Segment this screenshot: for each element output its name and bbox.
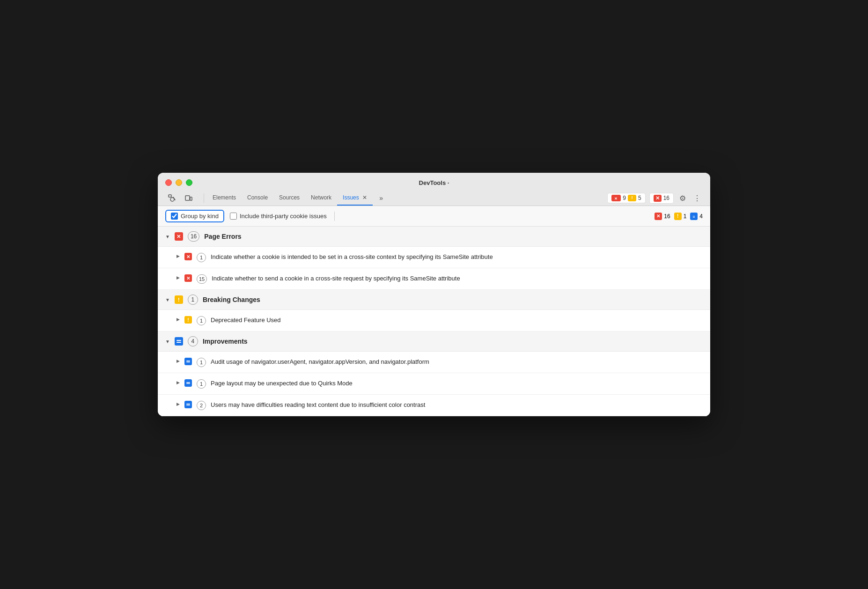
tab-sources[interactable]: Sources [273, 191, 305, 206]
issue-row[interactable]: ▶ ! 1 Deprecated Feature Used [158, 310, 710, 331]
issue-row[interactable]: ▶ 2 Users may have difficulties reading … [158, 395, 710, 416]
issue-text: Page layout may be unexpected due to Qui… [211, 379, 353, 388]
titlebar: DevTools · Element [158, 173, 710, 206]
improvements-title: Improvements [203, 338, 248, 345]
tabs-row: Elements Console Sources Network Issues … [165, 191, 703, 206]
issue-chevron: ▶ [177, 359, 180, 363]
issue-info-icon [184, 401, 192, 408]
issue-info-icon [184, 379, 192, 387]
issue-count: 15 [197, 274, 207, 284]
issue-text: Audit usage of navigator.userAgent, navi… [211, 357, 429, 367]
close-tab-icon[interactable]: ✕ [362, 194, 367, 201]
group-by-kind-label: Group by kind [181, 213, 219, 220]
tab-elements[interactable]: Elements [207, 191, 242, 206]
svg-rect-14 [186, 382, 190, 383]
svg-rect-10 [177, 340, 181, 341]
svg-text:✕: ✕ [614, 197, 618, 201]
settings-icon[interactable]: ⚙ [677, 192, 688, 205]
svg-text:≡: ≡ [693, 214, 695, 219]
issue-count: 1 [197, 316, 206, 325]
breaking-changes-count: 1 [188, 294, 198, 305]
svg-rect-12 [186, 361, 190, 361]
window-title: DevTools · [419, 179, 449, 186]
issue-count: 1 [197, 358, 206, 367]
issue-row[interactable]: ▶ ✕ 15 Indicate whether to send a cookie… [158, 268, 710, 290]
svg-rect-2 [185, 196, 190, 200]
error-warn-badge[interactable]: ✕ 9 ! 5 [607, 193, 645, 203]
error-badge: ✕ [611, 195, 621, 201]
group-by-kind-filter[interactable]: Group by kind [165, 210, 224, 222]
third-party-label: Include third-party cookie issues [240, 213, 327, 220]
filter-warn-badge[interactable]: ! 1 [674, 213, 687, 220]
close-button[interactable] [165, 179, 172, 186]
page-errors-count: 16 [188, 231, 199, 242]
traffic-lights [165, 179, 192, 186]
filter-error-count: 16 [664, 213, 670, 220]
svg-rect-13 [186, 362, 190, 363]
breaking-changes-chevron: ▼ [165, 297, 170, 302]
filter-error-badge[interactable]: ✕ 16 [655, 213, 670, 220]
improvements-chevron: ▼ [165, 339, 170, 344]
page-errors-title: Page Errors [204, 233, 241, 240]
tabs-right-actions: ✕ 9 ! 5 ✕ 16 ⚙ ⋮ [607, 192, 703, 205]
issue-error-icon: ✕ [184, 274, 192, 282]
category-breaking-changes[interactable]: ▼ ! 1 Breaking Changes [158, 290, 710, 310]
maximize-button[interactable] [186, 179, 192, 186]
issue-chevron: ▶ [177, 317, 180, 322]
warn-count: 5 [638, 195, 641, 201]
svg-rect-3 [190, 197, 192, 200]
issue-chevron: ▶ [177, 380, 180, 385]
issue-row[interactable]: ▶ 1 Audit usage of navigator.userAgent, … [158, 352, 710, 373]
third-party-filter[interactable]: Include third-party cookie issues [230, 213, 327, 220]
issue-chevron: ▶ [177, 275, 180, 280]
issue-text: Deprecated Feature Used [211, 316, 281, 325]
improvements-count: 4 [188, 336, 198, 346]
issue-count: 1 [197, 379, 206, 389]
category-page-errors[interactable]: ▼ ✕ 16 Page Errors [158, 227, 710, 247]
group-by-kind-checkbox[interactable] [171, 213, 178, 220]
svg-rect-15 [186, 383, 190, 384]
issue-info-icon [184, 358, 192, 365]
issue-chevron: ▶ [177, 402, 180, 406]
tab-console[interactable]: Console [242, 191, 273, 206]
filter-badges: ✕ 16 ! 1 ≡ 4 [655, 213, 703, 220]
device-toggle-icon[interactable] [182, 191, 195, 205]
combined-badge[interactable]: ✕ 16 [649, 193, 674, 204]
breaking-changes-title: Breaking Changes [203, 296, 260, 303]
titlebar-top: DevTools · [165, 179, 703, 186]
issue-row[interactable]: ▶ ✕ 1 Indicate whether a cookie is inten… [158, 247, 710, 268]
filter-info-icon: ≡ [690, 213, 698, 220]
more-menu-icon[interactable]: ⋮ [691, 192, 703, 205]
warn-badge: ! [628, 195, 636, 201]
combined-error-icon: ✕ [654, 195, 662, 202]
issue-text: Users may have difficulties reading text… [211, 400, 425, 410]
issue-count: 2 [197, 401, 206, 410]
tab-issues[interactable]: Issues ✕ [337, 191, 373, 206]
page-errors-type-icon: ✕ [175, 232, 183, 241]
filter-warn-icon: ! [674, 213, 682, 220]
more-tabs-icon[interactable]: » [375, 191, 388, 205]
filter-bar: Group by kind Include third-party cookie… [158, 206, 710, 227]
combined-count: 16 [663, 195, 669, 201]
inspect-icon[interactable] [165, 191, 178, 205]
page-errors-chevron: ▼ [165, 234, 170, 239]
tab-icons [165, 191, 195, 205]
breaking-changes-type-icon: ! [175, 295, 183, 304]
filter-info-badge[interactable]: ≡ 4 [690, 213, 703, 220]
issue-row[interactable]: ▶ 1 Page layout may be unexpected due to… [158, 373, 710, 395]
svg-rect-11 [177, 342, 181, 343]
svg-point-1 [170, 198, 174, 201]
issue-text: Indicate whether to send a cookie in a c… [212, 274, 460, 283]
third-party-checkbox[interactable] [230, 213, 237, 220]
tab-network[interactable]: Network [305, 191, 337, 206]
issue-count: 1 [197, 253, 206, 262]
category-improvements[interactable]: ▼ 4 Improvements [158, 331, 710, 352]
issue-error-icon: ✕ [184, 253, 192, 260]
error-count: 9 [623, 195, 626, 201]
filter-warn-count: 1 [684, 213, 687, 220]
filter-divider [334, 212, 335, 221]
improvements-type-icon [175, 337, 183, 346]
filter-error-icon: ✕ [655, 213, 662, 220]
issue-text: Indicate whether a cookie is intended to… [211, 252, 493, 262]
minimize-button[interactable] [176, 179, 182, 186]
